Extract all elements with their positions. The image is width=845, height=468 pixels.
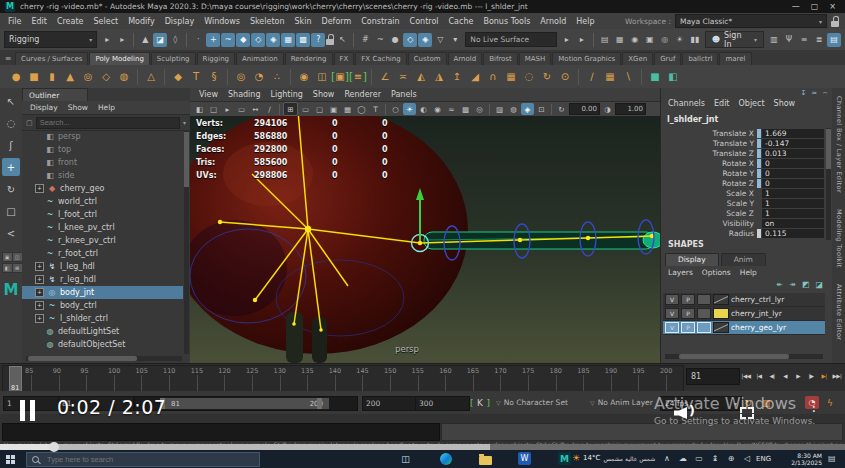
outliner-item-persp[interactable]: ◧persp [22,130,183,143]
select-component-icon[interactable]: ◊ [168,33,182,47]
channel-value-field[interactable]: 0 [762,159,824,168]
mask-misc-icon[interactable]: ▩ [296,33,310,47]
prev-frame-icon[interactable]: ◀| [766,368,778,384]
extrude-icon[interactable]: ↥ [449,68,465,85]
scale-tool[interactable]: □ [2,202,20,220]
menu-arnold[interactable]: Arnold [535,17,571,26]
hypershade-icon[interactable]: ◎ [658,33,672,47]
outliner-menu-help[interactable]: Help [98,103,115,112]
snap-view-icon[interactable]: ▽ [433,33,447,47]
outliner-item-body-jnt[interactable]: +◎body_jnt [22,286,183,299]
usb-icon[interactable]: ↨ [708,454,722,463]
layer-playback-toggle[interactable]: P [681,308,695,319]
stack-icon[interactable]: ≡ [350,68,366,85]
video-scrubber-knob[interactable] [49,442,59,452]
divider-dot-icon[interactable]: · [191,33,205,47]
layer-color-swatch[interactable] [713,308,729,319]
go-to-start-icon[interactable]: |◀◀ [740,368,752,384]
viewport-menu-panels[interactable]: Panels [391,90,417,99]
channel-value-field[interactable]: 0 [762,169,824,178]
shelf-tab-mash[interactable]: MASH [519,52,552,65]
layer-menu-options[interactable]: Options [702,268,731,277]
menu-deform[interactable]: Deform [317,17,357,26]
last-tool[interactable]: < [2,224,20,242]
hik-icon[interactable]: Ψ [782,33,796,47]
taskbar-search[interactable] [26,452,260,467]
lock-selection-icon[interactable] [326,34,334,45]
snap-curve-icon[interactable]: ~ [373,33,387,47]
next-frame-icon[interactable]: |▶ [805,368,817,384]
minimize-icon[interactable]: — [792,2,800,11]
channel-box-scrollbar[interactable] [826,128,831,240]
timeline-playhead[interactable]: 81 [9,366,22,393]
sign-in-button[interactable]: ☻ Sign In ▾ [705,31,764,48]
modeling-toolkit-icon[interactable]: ▥ [767,33,781,47]
channel-row-radius[interactable]: Radius0.115 [661,228,824,238]
viewport-menu-renderer[interactable]: Renderer [344,90,381,99]
channel-row-scale-y[interactable]: Scale Y1 [661,198,824,208]
taskbar-clock[interactable]: 8:30 AM 2/13/2025 [774,452,822,466]
flow-arrow-icon[interactable]: ▸ [575,33,589,47]
menu-skeleton[interactable]: Skeleton [245,17,290,26]
shelf-tab-xgen[interactable]: XGen [622,52,653,65]
camera-attributes-icon[interactable]: □ [207,103,220,115]
snap-point-icon[interactable]: ● [388,33,402,47]
viewport-menu-view[interactable]: View [199,90,218,99]
network-icon[interactable]: ⊕ [724,454,738,463]
layer-menu-help[interactable]: Help [740,268,757,277]
outliner-item-l-leg-hdl[interactable]: +↯l_leg_hdl [22,260,183,273]
character-set-selector[interactable]: ▽ No Character Set [496,396,568,409]
image-plane-icon[interactable]: ▭ [235,103,248,115]
channel-value-field[interactable]: 1.669 [762,129,824,138]
word-icon[interactable]: W [518,452,531,465]
dof-icon[interactable]: ◎ [473,103,486,115]
shelf-tab-gruf[interactable]: Gruf [654,52,681,65]
default-light-icon[interactable]: ○ [389,103,402,115]
menu-file[interactable]: File [3,17,26,26]
shelf-tab-custom[interactable]: Custom [408,52,447,65]
outliner-tab[interactable]: Outliner [22,88,88,101]
outliner-vertical-scrollbar[interactable] [184,130,189,354]
battery-icon[interactable]: ▭ [692,454,706,463]
paint-select-tool[interactable]: ʃ [2,136,20,154]
menu-constrain[interactable]: Constrain [356,17,404,26]
shelf-tab-rigging[interactable]: Rigging [197,52,236,65]
workspace-selector[interactable]: Maya Classic* ▾ [675,14,827,28]
channel-row-translate-z[interactable]: Translate Z0.013 [661,148,824,158]
channel-value-field[interactable]: 1 [762,189,824,198]
layer-mode-box[interactable] [697,294,711,305]
shelf-tab-poly-modeling[interactable]: Poly Modeling [89,52,149,65]
video-pause-button[interactable] [20,400,35,421]
outliner-item-front[interactable]: ◧front [22,156,183,169]
poly-disc-icon[interactable]: ◍ [116,68,132,85]
multi-cut-icon[interactable]: ∠ [377,68,393,85]
render-settings-icon[interactable]: ▣ [643,33,657,47]
channel-value-field[interactable]: 0.115 [762,229,824,238]
sidebar-tab-attribute-editor[interactable]: Attribute Editor [835,276,843,348]
channel-box-menu-edit[interactable]: Edit [714,99,730,108]
field-chart-icon[interactable]: ▦ [341,103,354,115]
menu-skin[interactable]: Skin [290,17,317,26]
safe-title-icon[interactable]: T [369,103,382,115]
poly-plane-icon[interactable]: ◇ [98,68,114,85]
language-indicator[interactable]: ENG [756,455,771,463]
layer-menu-layers[interactable]: Layers [668,268,693,277]
viewport-menu-shading[interactable]: Shading [228,90,261,99]
channel-value-field[interactable]: on [762,219,824,228]
mask-curves-icon[interactable]: ~ [221,33,235,47]
expand-icon[interactable]: + [35,314,44,323]
outliner-item-defaultobjectset[interactable]: ◍defaultObjectSet [22,338,183,351]
prev-key-icon[interactable]: |◀ [753,368,765,384]
channel-row-rotate-z[interactable]: Rotate Z0 [661,178,824,188]
shelf-tab-rendering[interactable]: Rendering [285,52,333,65]
menu-select[interactable]: Select [88,17,123,26]
viewport-menu-lighting[interactable]: Lighting [270,90,302,99]
chevron-down-icon[interactable]: ▾ [183,119,186,126]
svg-tool-icon[interactable]: § [206,68,222,85]
video-menu-icon[interactable]: ⋮ [807,398,821,414]
video-progress-bar[interactable] [0,444,845,450]
shelf-tab-curves-surfaces[interactable]: Curves / Surfaces [15,52,88,65]
weather-widget[interactable]: ☀ 14°C شمس عالية مشمس [572,453,655,463]
menu-control[interactable]: Control [405,17,444,26]
flow-arrow-icon[interactable]: ▸ [560,33,574,47]
